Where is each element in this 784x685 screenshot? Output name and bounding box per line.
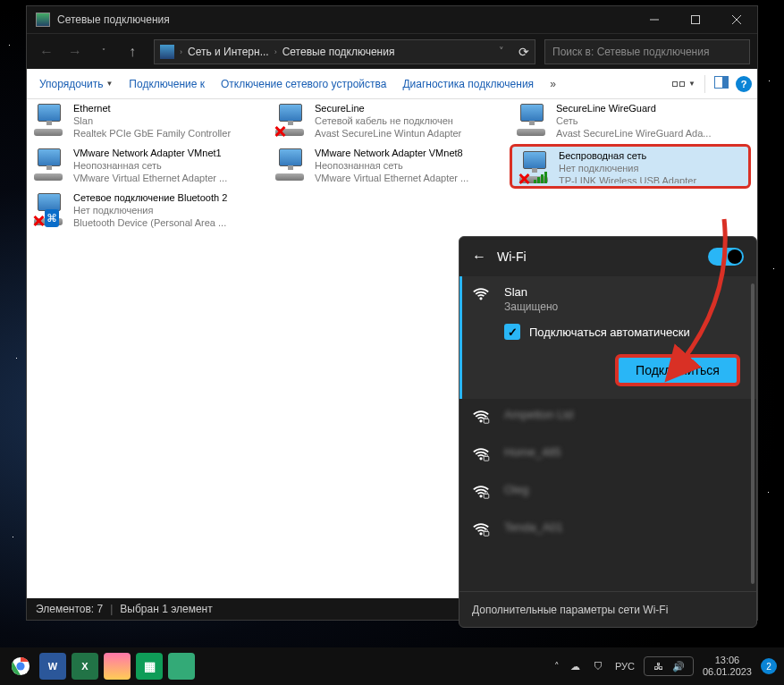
path-icon xyxy=(160,45,174,59)
breadcrumb-current[interactable]: Сетевые подключения xyxy=(282,46,395,58)
taskbar-excel-icon[interactable]: X xyxy=(72,653,98,680)
wifi-scrollbar[interactable] xyxy=(751,283,754,584)
svg-rect-3 xyxy=(484,419,489,423)
adapter-device: Bluetooth Device (Personal Area ... xyxy=(73,216,263,229)
svg-point-8 xyxy=(16,662,24,670)
wifi-connect-button[interactable]: Подключиться xyxy=(615,354,740,386)
dropdown-icon[interactable]: ˅ xyxy=(499,46,504,57)
svg-rect-2 xyxy=(722,77,728,88)
nav-back-button[interactable]: ← xyxy=(34,39,59,64)
tray-network-icon: 🖧 xyxy=(652,659,666,673)
wifi-more-settings[interactable]: Дополнительные параметры сети Wi-Fi xyxy=(459,591,756,627)
wifi-toggle[interactable] xyxy=(708,248,744,266)
wifi-network-name: Slan xyxy=(504,285,740,299)
tray-clock[interactable]: 13:0606.01.2023 xyxy=(703,655,752,678)
wifi-signal-icon xyxy=(472,483,492,503)
tray-language[interactable]: РУС xyxy=(615,661,635,672)
taskbar-sheets-icon[interactable]: ▦ xyxy=(136,653,163,680)
adapter-device: VMware Virtual Ethernet Adapter ... xyxy=(315,172,504,184)
breadcrumb-root[interactable]: Сеть и Интерн... xyxy=(188,46,269,58)
window-titlebar[interactable]: Сетевые подключения xyxy=(27,6,757,33)
adapter-name: Сетевое подключение Bluetooth 2 xyxy=(73,191,263,204)
adapter-icon xyxy=(518,149,553,185)
adapter-status: Неопознанная сеть xyxy=(315,159,504,172)
wifi-title: Wi-Fi xyxy=(497,249,527,264)
adapter-name: SecureLine xyxy=(315,102,504,114)
tray-chevron-icon[interactable]: ˄ xyxy=(554,661,560,672)
adapter-device: Realtek PCIe GbE Family Controller xyxy=(73,127,263,140)
wifi-network-list: SlanЗащищено✓Подключаться автоматическиП… xyxy=(459,276,756,591)
adapter-item[interactable]: SecureLine WireGuardСетьAvast SecureLine… xyxy=(510,99,751,144)
adapter-status: Slan xyxy=(73,114,263,127)
wifi-network-item[interactable]: Ampetton Ltd xyxy=(459,399,756,436)
wifi-network-item[interactable]: Home_485 xyxy=(459,436,756,474)
close-button[interactable] xyxy=(716,6,757,33)
tray-security-icon[interactable]: ⛉ xyxy=(592,659,606,673)
wifi-network-item[interactable]: SlanЗащищено✓Подключаться автоматическиП… xyxy=(459,276,756,399)
wifi-signal-icon xyxy=(472,408,492,427)
svg-rect-6 xyxy=(484,531,489,536)
adapter-name: VMware Network Adapter VMnet1 xyxy=(73,147,263,159)
maximize-button[interactable] xyxy=(675,6,716,33)
status-selected: Выбран 1 элемент xyxy=(120,603,212,615)
organize-button[interactable]: Упорядочить▼ xyxy=(32,74,120,94)
connect-to-button[interactable]: Подключение к xyxy=(122,74,212,94)
adapter-item[interactable]: SecureLineСетевой кабель не подключенAva… xyxy=(268,99,510,144)
adapter-item[interactable]: EthernetSlanRealtek PCIe GbE Family Cont… xyxy=(27,99,268,144)
taskbar[interactable]: W X ▦ ˄ ☁ ⛉ РУС 🖧 🔊 13:0606.01.2023 2 xyxy=(0,647,784,685)
wifi-network-item[interactable]: Oleg xyxy=(459,474,756,512)
taskbar-app-icon[interactable] xyxy=(104,653,131,680)
nav-forward-button[interactable]: → xyxy=(63,39,88,64)
navigation-bar: ← → ˅ ↑ › Сеть и Интерн... › Сетевые под… xyxy=(27,33,757,69)
tray-onedrive-icon[interactable]: ☁ xyxy=(569,659,583,673)
window-icon xyxy=(36,13,50,27)
wifi-flyout: ← Wi-Fi SlanЗащищено✓Подключаться автома… xyxy=(459,236,757,628)
wifi-signal-icon xyxy=(472,285,492,390)
diagnose-button[interactable]: Диагностика подключения xyxy=(395,74,541,94)
preview-pane-button[interactable] xyxy=(714,76,729,91)
taskbar-word-icon[interactable]: W xyxy=(39,653,66,680)
wifi-network-item[interactable]: Tenda_A01 xyxy=(459,512,756,549)
wifi-back-button[interactable]: ← xyxy=(472,249,486,265)
help-button[interactable]: ? xyxy=(736,76,752,92)
wifi-network-name: Oleg xyxy=(504,483,740,496)
adapter-name: Беспроводная сеть xyxy=(559,149,743,162)
wifi-auto-connect[interactable]: ✓Подключаться автоматически xyxy=(504,324,740,340)
chevron-icon: › xyxy=(180,47,182,56)
chevron-icon: › xyxy=(274,47,277,56)
more-commands-button[interactable]: » xyxy=(543,74,563,94)
adapter-item[interactable]: VMware Network Adapter VMnet8Неопознанна… xyxy=(268,144,510,189)
status-item-count: Элементов: 7 xyxy=(36,603,103,615)
search-placeholder: Поиск в: Сетевые подключения xyxy=(552,46,709,58)
adapter-name: VMware Network Adapter VMnet8 xyxy=(315,147,504,159)
wifi-signal-icon xyxy=(472,445,492,465)
adapter-device: Avast SecureLine Wintun Adapter xyxy=(315,127,504,140)
svg-rect-0 xyxy=(692,16,700,24)
adapter-status: Сеть xyxy=(556,114,746,127)
nav-recent-button[interactable]: ˅ xyxy=(91,39,116,64)
address-bar[interactable]: › Сеть и Интерн... › Сетевые подключения… xyxy=(154,39,535,64)
adapter-name: Ethernet xyxy=(73,102,263,114)
view-layout-button[interactable]: ▼ xyxy=(672,80,695,88)
tray-quick-actions[interactable]: 🖧 🔊 xyxy=(644,656,694,676)
adapter-status: Нет подключения xyxy=(559,162,743,174)
wifi-signal-icon xyxy=(472,520,492,540)
nav-up-button[interactable]: ↑ xyxy=(120,39,145,64)
adapter-status: Неопознанная сеть xyxy=(73,159,263,172)
window-title: Сетевые подключения xyxy=(57,13,170,26)
adapter-item[interactable]: VMware Network Adapter VMnet1Неопознанна… xyxy=(27,144,268,189)
search-input[interactable]: Поиск в: Сетевые подключения xyxy=(544,39,750,64)
disable-device-button[interactable]: Отключение сетевого устройства xyxy=(214,74,393,94)
adapter-item[interactable]: ⌘Сетевое подключение Bluetooth 2Нет подк… xyxy=(27,189,268,233)
tray-notifications[interactable]: 2 xyxy=(761,658,777,674)
wifi-network-status: Защищено xyxy=(504,300,740,313)
taskbar-chrome-icon[interactable] xyxy=(7,653,34,680)
wifi-network-name: Tenda_A01 xyxy=(504,520,740,534)
minimize-button[interactable] xyxy=(634,6,675,33)
refresh-button[interactable]: ⟳ xyxy=(518,45,529,59)
taskbar-app2-icon[interactable] xyxy=(168,653,195,680)
adapter-icon xyxy=(274,102,309,138)
wifi-network-name: Home_485 xyxy=(504,445,740,459)
adapter-item[interactable]: Беспроводная сетьНет подключенияTP-LINK … xyxy=(510,144,751,189)
adapter-device: VMware Virtual Ethernet Adapter ... xyxy=(73,172,263,184)
